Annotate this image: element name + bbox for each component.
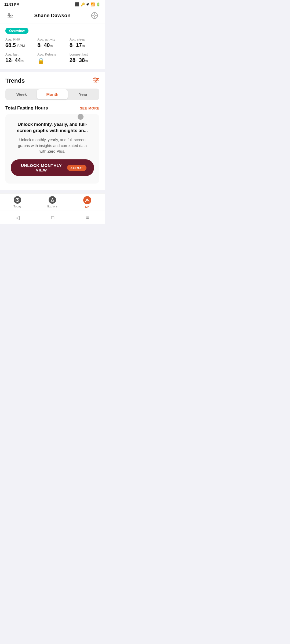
stats-header: Overview — [5, 28, 99, 34]
svg-point-20 — [96, 79, 98, 81]
stats-grid: Avg. RHR 68.5 BPM Avg. activity 8h 40m A… — [5, 38, 99, 64]
svg-point-21 — [95, 81, 96, 83]
stat-fast-value: 12h 44m — [5, 57, 35, 63]
svg-point-19 — [94, 78, 96, 79]
svg-point-3 — [9, 13, 10, 15]
explore-icon — [49, 196, 56, 204]
home-button[interactable]: □ — [48, 214, 57, 222]
svg-point-5 — [9, 17, 10, 18]
period-week-button[interactable]: Week — [6, 89, 37, 99]
battery-icon: 🔋 — [96, 2, 100, 6]
stat-fast: Avg. fast 12h 44m — [5, 53, 35, 64]
android-navigation: ◁ □ ≡ — [0, 210, 105, 224]
stat-ketosis-label: Avg. Ketosis — [37, 53, 67, 56]
trends-filter-button[interactable] — [93, 78, 99, 84]
nav-item-me[interactable]: Me — [78, 196, 97, 208]
stat-sleep-value: 8h 17m — [70, 42, 99, 48]
key-icon: 🔑 — [81, 2, 85, 6]
unlock-card: Unlock monthly, yearly, and full-screen … — [5, 114, 99, 184]
unlock-subtext: Unlock monthly, yearly, and full-screen … — [16, 137, 89, 155]
stat-fast-label: Avg. fast — [5, 53, 35, 56]
stat-rhr-value: 68.5 BPM — [5, 42, 35, 48]
today-icon — [14, 196, 21, 204]
stat-ketosis: Avg. Ketosis 🔒 — [37, 53, 67, 64]
lock-icon: 🔒 — [37, 57, 67, 64]
stats-card: Overview Avg. RHR 68.5 BPM Avg. activity… — [0, 24, 105, 69]
svg-point-7 — [94, 15, 96, 17]
see-more-button[interactable]: SEE MORE — [80, 106, 99, 110]
svg-point-4 — [11, 15, 12, 16]
overview-pill[interactable]: Overview — [5, 28, 28, 34]
unlock-button[interactable]: UNLOCK MONTHLY VIEW Zero+ — [11, 159, 94, 176]
period-selector: Week Month Year — [5, 89, 99, 100]
chart-section-header: Total Fasting Hours SEE MORE — [5, 105, 99, 111]
unlock-headline: Unlock monthly, yearly, and full-screen … — [15, 122, 90, 134]
stat-activity: Avg. activity 8h 40m — [37, 38, 67, 48]
stat-longest-fast: Longest fast 28h 38m — [70, 53, 99, 64]
trends-header: Trends — [5, 77, 99, 84]
nav-item-today[interactable]: Today — [8, 196, 27, 208]
trends-title: Trends — [5, 77, 25, 84]
nav-item-explore[interactable]: Explore — [43, 196, 62, 208]
back-button[interactable]: ◁ — [13, 214, 23, 222]
bottom-navigation: Today Explore Me — [0, 193, 105, 210]
page-title: Shane Dawson — [34, 13, 70, 19]
filter-button[interactable] — [5, 11, 15, 20]
chart-title: Total Fasting Hours — [5, 105, 48, 111]
settings-button[interactable] — [90, 11, 99, 20]
stat-longest-fast-value: 28h 38m — [70, 57, 99, 63]
me-avatar — [83, 196, 91, 204]
menu-button[interactable]: ≡ — [83, 214, 92, 222]
stat-rhr: Avg. RHR 68.5 BPM — [5, 38, 35, 48]
period-month-button[interactable]: Month — [37, 89, 68, 99]
today-label: Today — [13, 205, 21, 208]
svg-marker-25 — [51, 199, 54, 201]
stat-sleep-label: Avg. sleep — [70, 38, 99, 41]
bluetooth-icon: ✳ — [86, 2, 89, 6]
stat-longest-fast-label: Longest fast — [70, 53, 99, 56]
svg-line-24 — [17, 200, 18, 200]
status-bar: 11:53 PM ⬛ 🔑 ✳ 📶 🔋 — [0, 0, 105, 8]
stat-activity-value: 8h 40m — [37, 42, 67, 48]
explore-label: Explore — [47, 205, 57, 208]
stat-activity-label: Avg. activity — [37, 38, 67, 41]
video-icon: ⬛ — [75, 2, 79, 6]
unlock-button-label: UNLOCK MONTHLY VIEW — [18, 163, 64, 172]
trends-section: Trends Week Month Year Total Fasting Hou… — [0, 72, 105, 190]
zero-plus-badge: Zero+ — [67, 165, 86, 171]
stat-rhr-label: Avg. RHR — [5, 38, 35, 41]
time-display: 11:53 PM — [4, 2, 19, 6]
stat-sleep: Avg. sleep 8h 17m — [70, 38, 99, 48]
period-year-button[interactable]: Year — [68, 89, 99, 99]
me-label: Me — [85, 205, 89, 208]
wifi-icon: 📶 — [90, 2, 95, 6]
top-navigation: Shane Dawson — [0, 8, 105, 24]
